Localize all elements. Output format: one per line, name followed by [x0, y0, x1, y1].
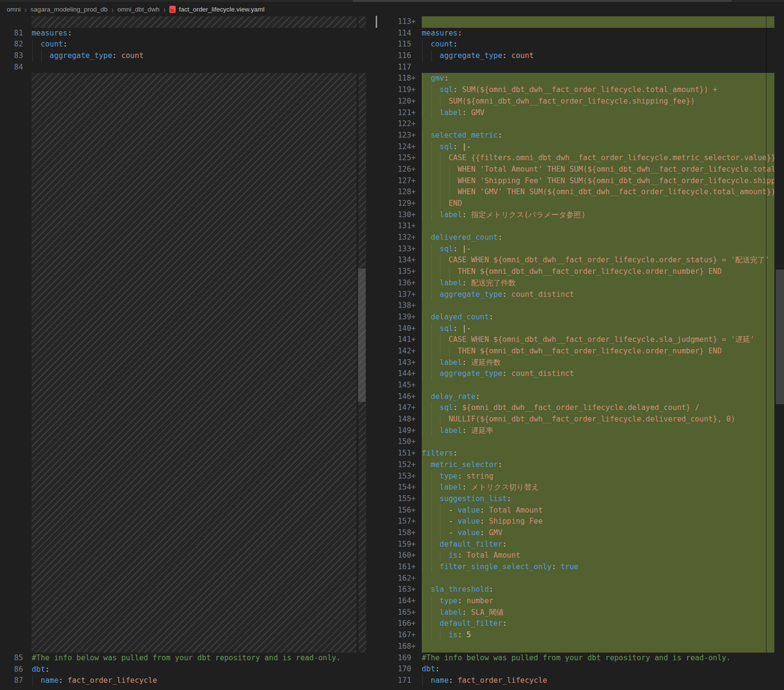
- diff-original-editor[interactable]: 81measures:82 count:83 aggregate_type: c…: [0, 16, 367, 687]
- added-line-marker: +: [411, 459, 416, 471]
- code-line[interactable]: 149+ label: 遅延率: [379, 425, 784, 437]
- code-line[interactable]: 137+ aggregate_type: count_distinct: [379, 289, 784, 301]
- chevron-right-icon: ›: [163, 4, 165, 14]
- code-line[interactable]: 128+ WHEN 'GMV' THEN SUM(${omni_dbt_dwh_…: [379, 187, 784, 198]
- code-line[interactable]: 146+ delay_rate:: [379, 391, 784, 403]
- code-line[interactable]: 171 name: fact_order_lifecycle: [379, 675, 784, 687]
- code-line[interactable]: 162+: [379, 573, 784, 585]
- code-line[interactable]: 154+ label: メトリクス切り替え: [379, 482, 784, 493]
- pane-sash-handle[interactable]: [376, 16, 377, 28]
- code-line[interactable]: 157+ - value: Shipping Fee: [379, 516, 784, 527]
- code-text: label: SLA_閾値: [422, 607, 774, 619]
- code-line[interactable]: 122+: [379, 118, 784, 130]
- breadcrumb-item-root[interactable]: omni: [7, 6, 21, 13]
- line-number: 151: [379, 448, 411, 459]
- line-number: 170: [379, 664, 411, 675]
- code-line[interactable]: 121+ label: GMV: [379, 107, 784, 119]
- line-number: 167: [379, 630, 411, 641]
- code-line[interactable]: 82 count:: [0, 39, 367, 50]
- code-line[interactable]: 136+ label: 配送完了件数: [379, 278, 784, 289]
- code-line[interactable]: 138+: [379, 300, 784, 312]
- code-line[interactable]: 164+ type: number: [379, 596, 784, 607]
- added-line-marker: +: [411, 527, 416, 539]
- code-text: label: 配送完了件数: [422, 278, 774, 289]
- code-line[interactable]: 170dbt:: [379, 664, 784, 675]
- added-line-marker: +: [411, 482, 416, 493]
- code-line[interactable]: 132+ delivered_count:: [379, 232, 784, 244]
- code-text: CASE WHEN ${omni_dbt_dwh__fact_order_lif…: [422, 255, 774, 266]
- code-line[interactable]: 124+ sql: |-: [379, 141, 784, 153]
- added-line-marker: +: [411, 436, 416, 448]
- code-line[interactable]: 166+ default_filter:: [379, 618, 784, 630]
- code-line[interactable]: 125+ CASE {{filters.omni_dbt_dwh__fact_o…: [379, 152, 784, 164]
- code-line[interactable]: 126+ WHEN 'Total Amount' THEN SUM(${omni…: [379, 164, 784, 175]
- code-line[interactable]: 129+ END: [379, 198, 784, 210]
- code-line[interactable]: 140+ sql: |-: [379, 323, 784, 335]
- added-line-marker: +: [411, 107, 416, 119]
- code-line[interactable]: 87 name: fact_order_lifecycle: [0, 675, 367, 687]
- breadcrumb-item-db[interactable]: sagara_modeling_prod_db: [31, 6, 108, 13]
- code-line[interactable]: 159+ default_filter:: [379, 539, 784, 550]
- code-line[interactable]: 117: [379, 62, 784, 73]
- code-line[interactable]: 148+ NULLIF(${omni_dbt_dwh__fact_order_l…: [379, 414, 784, 425]
- line-number: 86: [0, 664, 23, 676]
- code-line[interactable]: 163+ sla_threshold:: [379, 584, 784, 596]
- code-line[interactable]: 116 aggregate_type: count: [379, 50, 784, 62]
- code-line[interactable]: 130+ label: 指定メトリクス(パラメータ参照): [379, 210, 784, 221]
- code-line[interactable]: 83 aggregate_type: count: [0, 50, 367, 62]
- added-line-marker: +: [411, 505, 416, 516]
- code-line[interactable]: 84: [0, 62, 367, 73]
- code-line[interactable]: 141+ CASE WHEN ${omni_dbt_dwh__fact_orde…: [379, 334, 784, 346]
- code-text: measures:: [422, 28, 774, 39]
- code-line[interactable]: 85#The info below was pulled from your d…: [0, 653, 367, 664]
- code-line[interactable]: 81measures:: [0, 28, 367, 39]
- code-line[interactable]: 165+ label: SLA_閾値: [379, 607, 784, 619]
- code-line[interactable]: 134+ CASE WHEN ${omni_dbt_dwh__fact_orde…: [379, 255, 784, 266]
- code-line[interactable]: 120+ SUM(${omni_dbt_dwh__fact_order_life…: [379, 96, 784, 107]
- line-number: 120: [379, 96, 411, 107]
- diff-modified-editor[interactable]: 113+114measures:115 count:116 aggregate_…: [379, 16, 784, 687]
- left-editor-scrollbar[interactable]: [358, 269, 366, 402]
- code-line[interactable]: 115 count:: [379, 39, 784, 50]
- code-line[interactable]: 131+: [379, 221, 784, 232]
- code-line[interactable]: 150+: [379, 436, 784, 448]
- breadcrumb-item-file[interactable]: fact_order_lifecycle.view.yaml: [169, 6, 265, 13]
- code-line[interactable]: 119+ sql: SUM(${omni_dbt_dwh__fact_order…: [379, 84, 784, 96]
- code-line[interactable]: 118+ gmv:: [379, 73, 784, 84]
- code-line[interactable]: 113+: [379, 16, 784, 28]
- code-line[interactable]: 86dbt:: [0, 664, 367, 676]
- code-line[interactable]: 147+ sql: ${omni_dbt_dwh__fact_order_lif…: [379, 402, 784, 414]
- code-line[interactable]: 153+ type: string: [379, 471, 784, 482]
- code-line[interactable]: 168+: [379, 641, 784, 653]
- code-line[interactable]: 114measures:: [379, 28, 784, 39]
- code-line[interactable]: 139+ delayed_count:: [379, 312, 784, 323]
- code-text: default_filter:: [422, 539, 774, 550]
- code-line[interactable]: 158+ - value: GMV: [379, 527, 784, 539]
- code-line[interactable]: 127+ WHEN 'Shipping Fee' THEN SUM(${omni…: [379, 175, 784, 187]
- code-line[interactable]: 143+ label: 遅延件数: [379, 357, 784, 369]
- code-line[interactable]: 151+filters:: [379, 448, 784, 459]
- right-editor-scrollbar[interactable]: [776, 269, 784, 404]
- code-line[interactable]: 167+ is: 5: [379, 630, 784, 641]
- chevron-right-icon: ›: [24, 4, 26, 14]
- code-line[interactable]: 142+ THEN ${omni_dbt_dwh__fact_order_lif…: [379, 346, 784, 357]
- code-line[interactable]: 169#The info below was pulled from your …: [379, 653, 784, 664]
- line-number: 131: [379, 221, 411, 232]
- code-line[interactable]: 155+ suggestion_list:: [379, 493, 784, 505]
- code-line[interactable]: 160+ is: Total Amount: [379, 550, 784, 561]
- chevron-right-icon: ›: [111, 4, 113, 14]
- breadcrumb-item-schema[interactable]: omni_dbt_dwh: [118, 6, 160, 13]
- code-line[interactable]: 156+ - value: Total Amount: [379, 505, 784, 516]
- code-line[interactable]: 161+ filter_single_select_only: true: [379, 561, 784, 573]
- line-number: 142: [379, 346, 411, 357]
- code-line[interactable]: 144+ aggregate_type: count_distinct: [379, 368, 784, 380]
- line-number: 143: [379, 357, 411, 369]
- line-number: 165: [379, 607, 411, 619]
- code-line[interactable]: 145+: [379, 380, 784, 391]
- code-line[interactable]: 123+ selected_metric:: [379, 130, 784, 141]
- code-line[interactable]: 133+ sql: |-: [379, 244, 784, 255]
- code-line[interactable]: 152+ metric_selector:: [379, 459, 784, 471]
- code-text: - value: Shipping Fee: [422, 516, 774, 527]
- code-line[interactable]: 135+ THEN ${omni_dbt_dwh__fact_order_lif…: [379, 266, 784, 278]
- line-number: 169: [379, 653, 411, 664]
